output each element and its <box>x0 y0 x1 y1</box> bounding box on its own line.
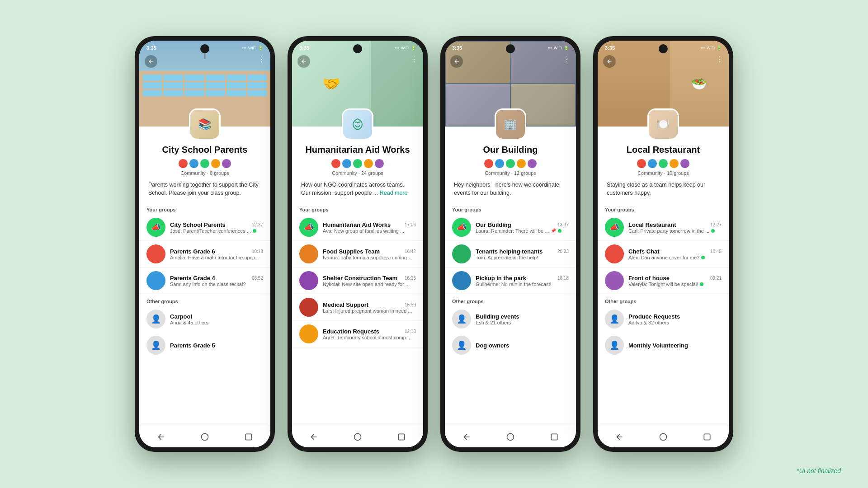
read-more-link[interactable]: Read more <box>380 190 408 196</box>
other-group-item[interactable]: 👤 Monthly Volunteering <box>598 332 729 358</box>
group-list-item[interactable]: Medical Support 15:59 Lars: Injured preg… <box>292 294 423 321</box>
back-button[interactable] <box>145 55 157 68</box>
group-megaphone-icon: 📣 <box>299 218 318 237</box>
nav-home-button[interactable] <box>503 430 518 444</box>
other-group-avatar: 👤 <box>146 336 165 355</box>
group-list-item[interactable]: 📣 Humanitarian Aid Works 17:06 Ava: New … <box>292 214 423 241</box>
other-group-item[interactable]: 👤 Parents Grade 5 <box>139 332 270 358</box>
group-list-item[interactable]: Pickup in the park 18:18 Guilherme: No r… <box>445 267 576 294</box>
group-avatar <box>452 244 471 263</box>
other-group-item[interactable]: 👤 Building events Esh & 21 others <box>445 306 576 332</box>
community-meta: Community · 12 groups <box>452 170 569 176</box>
disclaimer-text: *UI not finalized <box>797 467 841 474</box>
group-list-item[interactable]: Parents Grade 6 10:18 Amelia: Have a mat… <box>139 241 270 267</box>
member-avatars <box>299 159 416 169</box>
group-list-item[interactable]: 📣 Local Restaurant 12:27 Carl: Private p… <box>598 214 729 241</box>
other-group-members: Anna & 45 others <box>170 320 263 325</box>
group-name: Chefs Chat <box>628 248 660 255</box>
group-list-item[interactable]: 📣 Our Building 13:37 Laura: Reminder: Th… <box>445 214 576 241</box>
phone-notch <box>659 44 668 53</box>
content-area[interactable]: Local Restaurant Community · 10 groups S… <box>598 127 729 426</box>
group-preview: Lars: Injured pregnant woman in need ... <box>323 308 416 314</box>
other-group-item[interactable]: 👤 Carpool Anna & 45 others <box>139 306 270 332</box>
community-description: Staying close as a team helps keep our c… <box>605 181 722 197</box>
group-name-row: Parents Grade 6 10:18 <box>170 248 263 255</box>
group-name-row: Pickup in the park 18:18 <box>476 275 569 282</box>
group-info: Education Requests 12:13 Anna: Temporary… <box>323 328 416 340</box>
other-group-item[interactable]: 👤 Produce Requests Aditya & 32 others <box>598 306 729 332</box>
group-preview: Anna: Temporary school almost comp... <box>323 335 416 340</box>
content-area[interactable]: Our Building Community · 12 groups Hey n… <box>445 127 576 426</box>
content-area[interactable]: City School Parents Community · 8 groups… <box>139 127 270 426</box>
battery-icon: 🔋 <box>411 46 416 50</box>
nav-home-button[interactable] <box>656 430 670 444</box>
more-options-button[interactable]: ⋮ <box>410 55 418 64</box>
status-time: 3:35 <box>452 45 462 51</box>
unread-dot <box>701 256 705 259</box>
group-preview: Sam: any info on the class recital? <box>170 282 263 287</box>
nav-home-button[interactable] <box>198 430 212 444</box>
group-list-item[interactable]: 📣 City School Parents 12:37 José: Parent… <box>139 214 270 241</box>
group-name-row: Parents Grade 4 08:52 <box>170 275 263 282</box>
back-button[interactable] <box>603 55 616 68</box>
back-button[interactable] <box>450 55 463 68</box>
member-avatar-1 <box>189 159 199 169</box>
group-name: Food Supplies Team <box>323 248 380 255</box>
status-icons: ▪▪▪ WiFi 🔋 <box>395 46 416 50</box>
nav-home-button[interactable] <box>350 430 365 444</box>
bottom-navigation <box>139 426 270 447</box>
group-list-item[interactable]: Chefs Chat 10:45 Alex: Can anyone cover … <box>598 241 729 267</box>
group-list-item[interactable]: Front of house 09:21 Valeryia: Tonight w… <box>598 267 729 294</box>
signal-icon: ▪▪▪ <box>242 46 246 50</box>
group-list-item[interactable]: Food Supplies Team 16:42 Ivanna: baby fo… <box>292 241 423 267</box>
group-name-row: Local Restaurant 12:27 <box>628 221 722 228</box>
phone-notch <box>506 44 515 53</box>
back-button[interactable] <box>297 55 310 68</box>
member-avatar-2 <box>505 159 515 169</box>
group-list-item[interactable]: Shelter Construction Team 16:35 Nykolai:… <box>292 267 423 294</box>
status-time: 3:35 <box>299 45 309 51</box>
nav-recents-button[interactable] <box>394 430 409 444</box>
group-name: Tenants helping tenants <box>476 248 543 255</box>
group-list-item[interactable]: Tenants helping tenants 20:03 Tom: Appre… <box>445 241 576 267</box>
signal-icon: ▪▪▪ <box>547 46 552 50</box>
nav-back-button[interactable] <box>307 430 321 444</box>
group-name: Pickup in the park <box>476 275 526 282</box>
member-avatar-0 <box>331 159 341 169</box>
content-area[interactable]: Humanitarian Aid Works Community · 24 gr… <box>292 127 423 426</box>
group-avatar <box>605 271 624 290</box>
group-info: Local Restaurant 12:27 Carl: Private par… <box>628 221 722 234</box>
nav-back-button[interactable] <box>154 430 168 444</box>
phone-4: 🥗 3:35 ▪▪▪ WiFi 🔋 ⋮ 🍽️ <box>593 36 733 452</box>
other-group-members: Aditya & 32 others <box>628 320 722 325</box>
nav-recents-button[interactable] <box>700 430 714 444</box>
nav-recents-button[interactable] <box>547 430 561 444</box>
unread-dot <box>558 229 561 233</box>
group-time: 17:06 <box>405 222 416 227</box>
header-image: 3:35 ▪▪▪ WiFi 🔋 ⋮ 🏢 <box>445 41 576 127</box>
battery-icon: 🔋 <box>564 46 569 50</box>
unread-dot <box>253 229 256 233</box>
group-time: 12:27 <box>710 222 722 227</box>
group-time: 08:52 <box>252 276 263 281</box>
group-avatar <box>605 244 624 263</box>
header-image: 🤝 3:35 ▪▪▪ WiFi 🔋 ⋮ <box>292 41 423 127</box>
nav-back-button[interactable] <box>612 430 627 444</box>
group-preview: Alex: Can anyone cover for me? <box>628 255 722 260</box>
other-group-item[interactable]: 👤 Dog owners <box>445 332 576 358</box>
group-name-row: Education Requests 12:13 <box>323 328 416 335</box>
nav-back-button[interactable] <box>459 430 474 444</box>
group-list-item[interactable]: Parents Grade 4 08:52 Sam: any info on t… <box>139 267 270 294</box>
member-avatar-0 <box>484 159 494 169</box>
status-time: 3:35 <box>605 45 615 51</box>
more-options-button[interactable]: ⋮ <box>563 55 571 64</box>
group-list-item[interactable]: Education Requests 12:13 Anna: Temporary… <box>292 321 423 347</box>
more-options-button[interactable]: ⋮ <box>258 55 265 64</box>
group-avatar <box>146 271 165 290</box>
group-info: Front of house 09:21 Valeryia: Tonight w… <box>628 275 722 287</box>
group-name: Medical Support <box>323 301 368 308</box>
community-meta: Community · 8 groups <box>146 170 263 176</box>
more-options-button[interactable]: ⋮ <box>716 55 723 64</box>
nav-recents-button[interactable] <box>241 430 256 444</box>
community-name: Local Restaurant <box>605 145 722 155</box>
